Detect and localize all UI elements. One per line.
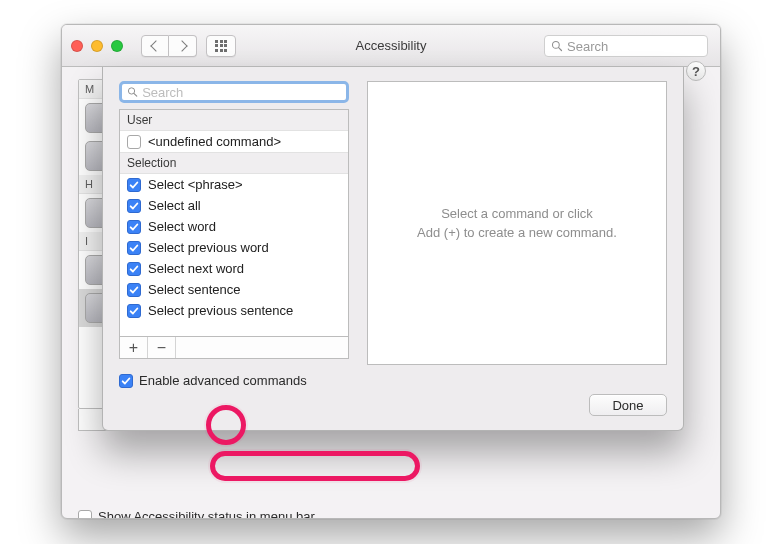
command-label: <undefined command>	[148, 134, 281, 149]
show-all-button[interactable]	[206, 35, 236, 57]
command-search[interactable]	[119, 81, 349, 103]
toolbar-search-placeholder: Search	[567, 39, 608, 54]
command-row[interactable]: Select next word	[120, 258, 348, 279]
command-label: Select word	[148, 219, 216, 234]
minimize-window-button[interactable]	[91, 40, 103, 52]
checkbox-icon	[127, 220, 141, 234]
svg-line-1	[559, 48, 562, 51]
detail-empty-line: Select a command or click	[417, 204, 617, 224]
command-group-header: User	[120, 110, 348, 131]
detail-empty-line: Add (+) to create a new command.	[417, 223, 617, 243]
checkbox-icon	[127, 283, 141, 297]
search-icon	[551, 40, 563, 52]
chevron-right-icon	[176, 40, 187, 51]
minus-icon: −	[157, 339, 166, 357]
question-mark-icon: ?	[692, 64, 700, 79]
window-controls	[71, 40, 123, 52]
chevron-left-icon	[150, 40, 161, 51]
checkbox-icon	[127, 262, 141, 276]
back-button[interactable]	[141, 35, 169, 57]
command-search-input[interactable]	[142, 85, 341, 100]
checkbox-icon	[127, 199, 141, 213]
help-button[interactable]: ?	[686, 61, 706, 81]
enable-advanced-checkbox[interactable]: Enable advanced commands	[119, 373, 667, 388]
command-label: Select all	[148, 198, 201, 213]
done-button[interactable]: Done	[589, 394, 667, 416]
command-row[interactable]: Select <phrase>	[120, 174, 348, 195]
checkbox-icon	[127, 241, 141, 255]
svg-line-3	[134, 94, 137, 97]
titlebar: Accessibility Search	[62, 25, 720, 67]
checkbox-icon	[127, 304, 141, 318]
command-row[interactable]: Select word	[120, 216, 348, 237]
remove-command-button[interactable]: −	[148, 337, 176, 358]
forward-button[interactable]	[169, 35, 197, 57]
search-icon	[127, 86, 138, 98]
command-group-header: Selection	[120, 152, 348, 174]
command-row[interactable]: Select previous word	[120, 237, 348, 258]
checkbox-icon	[119, 374, 133, 388]
command-label: Select next word	[148, 261, 244, 276]
add-command-button[interactable]: +	[120, 337, 148, 358]
enable-advanced-label: Enable advanced commands	[139, 373, 307, 388]
command-row[interactable]: Select previous sentence	[120, 300, 348, 321]
toolbar-search[interactable]: Search	[544, 35, 708, 57]
command-label: Select <phrase>	[148, 177, 243, 192]
done-label: Done	[612, 398, 643, 413]
commands-sheet: User<undefined command>SelectionSelect <…	[102, 67, 684, 431]
checkbox-icon	[127, 135, 141, 149]
grid-icon	[215, 40, 227, 52]
checkbox-icon	[127, 178, 141, 192]
command-detail-pane: Select a command or click Add (+) to cre…	[367, 81, 667, 365]
plus-icon: +	[129, 339, 138, 357]
command-row[interactable]: Select sentence	[120, 279, 348, 300]
add-remove-toolbar: + −	[119, 337, 349, 359]
command-label: Select previous sentence	[148, 303, 293, 318]
command-label: Select previous word	[148, 240, 269, 255]
command-list[interactable]: User<undefined command>SelectionSelect <…	[119, 109, 349, 337]
checkbox-icon	[78, 510, 92, 520]
command-row[interactable]: Select all	[120, 195, 348, 216]
command-row[interactable]: <undefined command>	[120, 131, 348, 152]
menubar-status-checkbox[interactable]: Show Accessibility status in menu bar	[78, 509, 315, 519]
close-window-button[interactable]	[71, 40, 83, 52]
command-label: Select sentence	[148, 282, 241, 297]
zoom-window-button[interactable]	[111, 40, 123, 52]
nav-buttons	[141, 35, 197, 57]
menubar-status-label: Show Accessibility status in menu bar	[98, 509, 315, 519]
